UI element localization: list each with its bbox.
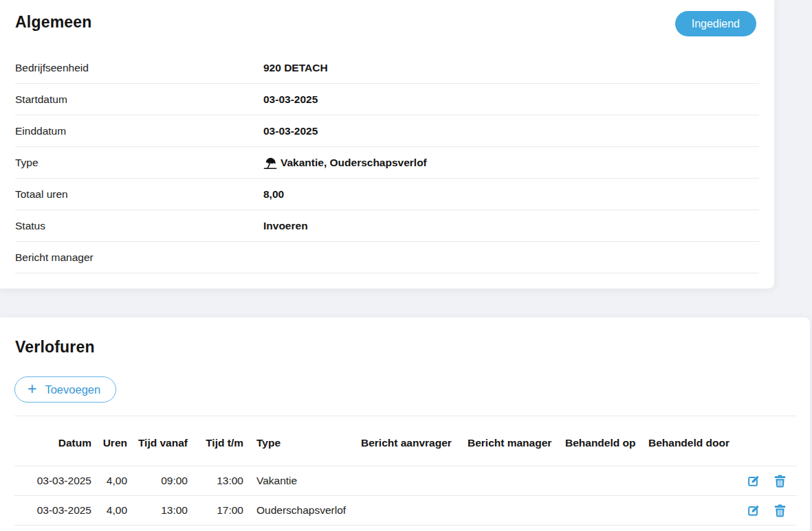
table-cell: 4,00 (95, 496, 131, 526)
column-header: Datum (14, 416, 95, 466)
field-row: Bedrijfseenheid 920 DETACH (15, 52, 759, 84)
leave-card-title: Verlofuren (15, 338, 95, 357)
edit-icon[interactable] (747, 504, 760, 517)
field-row: Status Invoeren (15, 210, 759, 242)
field-label: Einddatum (15, 115, 66, 146)
general-card: Algemeen Ingediend Bedrijfseenheid 920 D… (0, 0, 774, 289)
table-cell: 09:00 (131, 466, 191, 496)
table-row: 03-03-20254,0013:0017:00Ouderschapsverlo… (14, 496, 797, 526)
table-cell (358, 466, 464, 496)
table-cell (562, 466, 645, 496)
table-cell: 17:00 (191, 496, 247, 526)
column-header: Bericht aanvrager (358, 416, 464, 466)
field-row: Einddatum 03-03-2025 (15, 115, 759, 147)
field-value: 8,00 (263, 179, 284, 210)
leave-hours-card: Verlofuren + Toevoegen DatumUrenTijd van… (0, 317, 810, 531)
row-actions-cell (734, 496, 797, 526)
column-header: Tijd t/m (191, 416, 247, 466)
delete-icon[interactable] (773, 504, 786, 517)
field-value-text: 03-03-2025 (263, 93, 318, 106)
field-row: Bericht manager (15, 242, 759, 273)
table-header-row: DatumUrenTijd vanafTijd t/mTypeBericht a… (14, 416, 797, 466)
table-cell: 03-03-2025 (14, 496, 95, 526)
table-cell (562, 496, 645, 526)
table-cell (645, 496, 734, 526)
table-row: 03-03-20254,0009:0013:00Vakantie (14, 466, 797, 496)
table-cell: 4,00 (95, 466, 131, 496)
column-header: Behandeld door (645, 416, 734, 466)
field-value: 920 DETACH (263, 52, 328, 83)
field-label: Status (15, 210, 45, 241)
column-header: Type (247, 416, 358, 466)
general-fields: Bedrijfseenheid 920 DETACH Startdatum (0, 52, 774, 273)
field-row: Totaal uren 8,00 (15, 179, 759, 210)
add-leave-button[interactable]: + Toevoegen (14, 376, 116, 403)
field-label: Startdatum (15, 84, 67, 115)
table-cell (464, 466, 562, 496)
leave-hours-table: DatumUrenTijd vanafTijd t/mTypeBericht a… (14, 416, 797, 526)
table-cell: Vakantie (247, 466, 358, 496)
edit-icon[interactable] (747, 475, 760, 488)
field-value-text: 920 DETACH (263, 62, 328, 74)
table-cell: 13:00 (131, 496, 191, 526)
field-value: 03-03-2025 (263, 84, 318, 115)
field-label: Bericht manager (15, 242, 94, 273)
field-value-text: 8,00 (263, 188, 284, 201)
status-badge: Ingediend (675, 11, 756, 36)
add-leave-button-label: Toevoegen (45, 383, 100, 396)
field-value-text: Vakantie, Ouderschapsverlof (281, 157, 427, 169)
table-cell (464, 496, 562, 526)
general-card-title: Algemeen (15, 13, 92, 32)
beach-umbrella-icon (263, 156, 277, 170)
delete-icon[interactable] (773, 475, 786, 488)
field-row: Startdatum 03-03-2025 (15, 84, 759, 115)
column-header: Bericht manager (464, 416, 562, 466)
field-value: 03-03-2025 (263, 115, 318, 146)
table-cell (645, 466, 734, 496)
column-header: Uren (95, 416, 131, 466)
table-cell: 03-03-2025 (14, 466, 95, 496)
table-cell: Ouderschapsverlof (247, 496, 358, 526)
field-label: Totaal uren (15, 179, 68, 210)
field-value: Vakantie, Ouderschapsverlof (263, 147, 427, 178)
table-cell: 13:00 (191, 466, 247, 496)
field-value-text: 03-03-2025 (263, 125, 318, 137)
table-cell (358, 496, 464, 526)
field-row: Type Vakantie, Ouderschapsverlof (15, 147, 759, 179)
field-value-text: Invoeren (263, 220, 308, 232)
column-header: Behandeld op (562, 416, 645, 466)
column-header: Tijd vanaf (131, 416, 191, 466)
row-actions-cell (734, 466, 797, 496)
field-value: Invoeren (263, 210, 308, 241)
plus-icon: + (28, 381, 36, 397)
field-label: Bedrijfseenheid (15, 52, 89, 83)
field-label: Type (15, 147, 39, 178)
